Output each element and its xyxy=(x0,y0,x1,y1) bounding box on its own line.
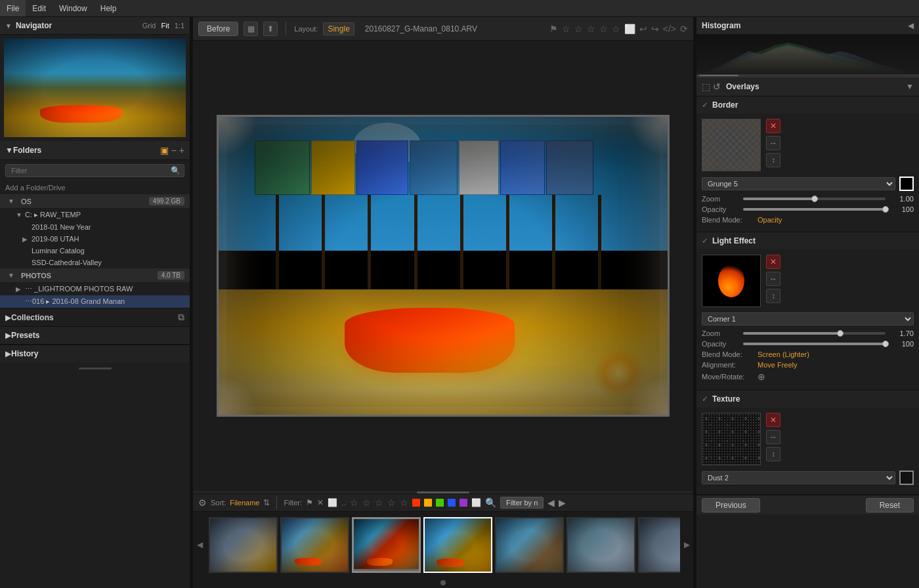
filmstrip-thumb-7[interactable] xyxy=(638,517,680,573)
filmstrip-color-red[interactable] xyxy=(412,499,420,507)
filmstrip-thumb-4[interactable] xyxy=(423,517,492,573)
menu-edit[interactable]: Edit xyxy=(26,0,53,16)
filmstrip-color-green[interactable] xyxy=(436,499,444,507)
filmstrip-search-icon[interactable]: 🔍 xyxy=(485,497,496,508)
code-icon[interactable]: </> xyxy=(663,24,676,34)
navigator-header[interactable]: ▼ Navigator Grid Fit 1:1 xyxy=(0,17,190,35)
redo-icon[interactable]: ↪ xyxy=(651,24,659,34)
texture-color-swatch[interactable] xyxy=(899,471,914,485)
light-effect-zoom-slider[interactable] xyxy=(743,332,886,335)
light-effect-flip-v-btn[interactable]: ↕ xyxy=(766,289,780,303)
light-effect-flip-h-btn[interactable]: ↔ xyxy=(766,272,780,286)
filmstrip-color-purple[interactable] xyxy=(460,499,467,507)
frame-icon[interactable]: ⬜ xyxy=(624,24,635,34)
undo-icon[interactable]: ↩ xyxy=(639,24,647,34)
light-effect-opacity-thumb[interactable] xyxy=(882,341,889,347)
border-color-swatch[interactable] xyxy=(899,177,914,191)
filmstrip-frame2-icon[interactable]: ⬜ xyxy=(471,498,481,507)
nav-grid-btn[interactable]: Grid xyxy=(142,22,156,30)
filmstrip-scroll-right[interactable]: ▶ xyxy=(680,512,693,578)
light-effect-align-value[interactable]: Move Freely xyxy=(758,361,798,369)
overlays-collapse-icon[interactable]: ▼ xyxy=(906,82,914,91)
star-1[interactable]: ☆ xyxy=(562,24,570,34)
tree-item-grand-manan[interactable]: ⋯016 ▸ 2016-08 Grand Manan xyxy=(0,295,190,308)
view-arrow-btn[interactable]: ⬆ xyxy=(263,22,278,36)
folders-plus-btn[interactable]: + xyxy=(179,145,184,156)
filmstrip-thumb-2[interactable] xyxy=(280,517,349,573)
nav-fit-btn[interactable]: Fit xyxy=(161,22,169,30)
os-drive-item[interactable]: ▼ OS 499.2 GB xyxy=(0,194,190,209)
filmstrip-thumb-3[interactable] xyxy=(352,517,421,573)
menu-help[interactable]: Help xyxy=(94,0,123,16)
light-effect-delete-btn[interactable]: ✕ xyxy=(766,255,780,269)
photos-drive-item[interactable]: ▼ PHOTOS 4.0 TB xyxy=(0,268,190,283)
border-type-select[interactable]: Grunge 5 xyxy=(702,177,895,190)
border-flip-h-btn[interactable]: ↔ xyxy=(766,136,780,150)
flag-icon[interactable]: ⚑ xyxy=(549,24,558,34)
menu-file[interactable]: File xyxy=(0,0,26,16)
texture-flip-v-btn[interactable]: ↕ xyxy=(766,447,780,461)
tree-item-ssd[interactable]: SSD-Cathedral-Valley xyxy=(0,257,190,268)
presets-section[interactable]: ▶ Presets xyxy=(0,326,190,345)
light-effect-blend-value[interactable]: Screen (Lighter) xyxy=(758,350,809,358)
filmstrip-star-2[interactable]: ☆ xyxy=(362,497,371,508)
history-section[interactable]: ▶ History xyxy=(0,345,190,362)
histogram-header[interactable]: Histogram ◀ xyxy=(696,17,919,35)
texture-checkbox[interactable]: ✓ xyxy=(702,394,708,404)
star-3[interactable]: ☆ xyxy=(587,24,595,34)
light-effect-checkbox[interactable]: ✓ xyxy=(702,236,708,245)
filmstrip-star-5[interactable]: ☆ xyxy=(400,497,408,508)
star-4[interactable]: ☆ xyxy=(599,24,608,34)
folders-minus-btn[interactable]: − xyxy=(171,145,177,156)
reset-btn[interactable]: Reset xyxy=(866,498,914,513)
filmstrip-flag-icon[interactable]: ⚑ xyxy=(306,498,313,507)
tree-item-raw-temp[interactable]: ▼ C: ▸ RAW_TEMP xyxy=(0,209,190,221)
filmstrip-filter-icon-extra[interactable]: ‥ xyxy=(341,499,346,507)
nav-1to1-btn[interactable]: 1:1 xyxy=(175,22,184,30)
filmstrip-nav-prev-icon[interactable]: ◀ xyxy=(547,497,555,508)
folders-header[interactable]: ▼ Folders ▣ − + xyxy=(0,141,190,160)
filmstrip-thumb-6[interactable] xyxy=(566,517,635,573)
filmstrip-star-3[interactable]: ☆ xyxy=(375,497,383,508)
filmstrip-sort-direction-icon[interactable]: ⇅ xyxy=(263,498,270,507)
overlays-refresh-icon[interactable]: ↺ xyxy=(713,81,721,92)
refresh-icon[interactable]: ⟳ xyxy=(680,24,688,34)
overlays-icon-1[interactable]: ⬚ xyxy=(702,81,710,92)
tree-item-new-year[interactable]: 2018-01 New Year xyxy=(0,221,190,233)
border-zoom-thumb[interactable] xyxy=(811,196,818,202)
light-effect-move-icon[interactable]: ⊕ xyxy=(758,371,765,382)
right-scroll-bar[interactable] xyxy=(699,75,738,76)
tree-item-luminar[interactable]: Luminar Catalog xyxy=(0,245,190,257)
left-panel-scrollbar[interactable] xyxy=(79,368,112,369)
filmstrip-star-4[interactable]: ☆ xyxy=(387,497,396,508)
light-effect-zoom-thumb[interactable] xyxy=(837,330,844,337)
overlays-header[interactable]: ⬚ ↺ Overlays ▼ xyxy=(696,77,919,96)
filmstrip-settings-icon[interactable]: ⚙ xyxy=(198,497,207,508)
border-zoom-slider[interactable] xyxy=(743,198,886,200)
filmstrip-frame-icon[interactable]: ⬜ xyxy=(328,498,337,507)
filmstrip-color-blue[interactable] xyxy=(448,499,456,507)
tree-item-utah[interactable]: ▶ 2019-08 UTAH xyxy=(0,233,190,245)
texture-delete-btn[interactable]: ✕ xyxy=(766,413,780,427)
texture-type-select[interactable]: Dust 2 xyxy=(702,471,895,484)
border-delete-btn[interactable]: ✕ xyxy=(766,119,780,133)
collections-section[interactable]: ▶ Collections ⧉ xyxy=(0,308,190,326)
filmstrip-star-1[interactable]: ☆ xyxy=(350,497,358,508)
view-grid-btn[interactable]: ▦ xyxy=(244,22,258,36)
filmstrip-filter-btn[interactable]: Filter by n xyxy=(500,497,544,509)
filmstrip-thumb-1[interactable] xyxy=(209,517,278,573)
star-5[interactable]: ☆ xyxy=(612,24,620,34)
border-opacity-slider[interactable] xyxy=(743,208,886,211)
previous-btn[interactable]: Previous xyxy=(702,498,760,513)
menu-window[interactable]: Window xyxy=(53,0,94,16)
before-btn[interactable]: Before xyxy=(198,22,238,36)
border-checkbox[interactable]: ✓ xyxy=(702,100,708,110)
light-effect-type-select[interactable]: Corner 1 xyxy=(702,312,914,326)
filmstrip-x-icon[interactable]: ✕ xyxy=(317,498,324,507)
light-effect-opacity-slider[interactable] xyxy=(743,343,886,345)
filmstrip-sort-value[interactable]: Filename xyxy=(230,499,259,507)
border-blend-value[interactable]: Opacity xyxy=(758,216,782,224)
tree-item-lightroom[interactable]: ▶ ⋯ _LIGHTROOM PHOTOS RAW xyxy=(0,283,190,295)
layout-select[interactable]: Single xyxy=(323,22,354,35)
texture-flip-h-btn[interactable]: ↔ xyxy=(766,430,780,444)
